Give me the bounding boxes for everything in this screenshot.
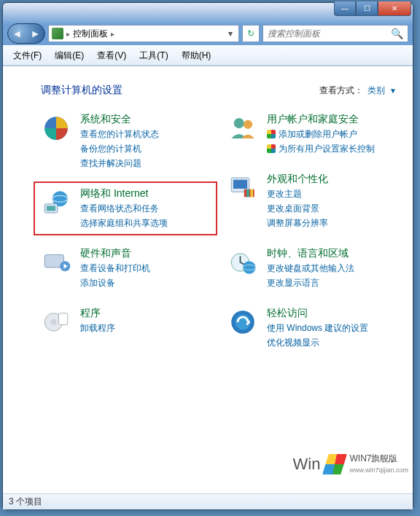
category-link[interactable]: 添加设备: [80, 277, 150, 289]
search-input[interactable]: [268, 28, 391, 39]
chevron-right-icon[interactable]: ▸: [66, 30, 70, 38]
search-icon[interactable]: 🔍: [391, 28, 403, 39]
control-panel-window: — ☐ ✕ ◄ ► ▸ 控制面板 ▸ ▾ ↻ 🔍 文件(F) 编辑(E) 查看(…: [2, 2, 413, 510]
left-column: 系统和安全 查看您的计算机状态 备份您的计算机 查找并解决问题 网络和 Inte…: [41, 113, 210, 349]
category-title[interactable]: 硬件和声音: [80, 247, 150, 260]
view-mode-label: 查看方式：: [319, 85, 363, 97]
nav-back-forward[interactable]: ◄ ►: [7, 23, 45, 44]
menu-edit[interactable]: 编辑(E): [49, 47, 90, 65]
breadcrumb-box[interactable]: ▸ 控制面板 ▸ ▾: [48, 25, 239, 42]
category-clock-language: 时钟、语言和区域 更改键盘或其他输入法 更改显示语言: [228, 247, 397, 289]
menu-tools[interactable]: 工具(T): [133, 47, 174, 65]
category-programs: 程序 卸载程序: [41, 307, 210, 337]
category-title[interactable]: 网络和 Internet: [80, 187, 168, 200]
category-title[interactable]: 程序: [80, 307, 115, 320]
watermark: Win WIN7旗舰版 www.win7qijian.com: [289, 450, 413, 477]
category-link[interactable]: 选择家庭组和共享选项: [80, 217, 168, 230]
breadcrumb-label[interactable]: 控制面板: [73, 28, 108, 40]
status-text: 3 个项目: [9, 496, 42, 508]
network-internet-icon: [41, 187, 71, 218]
svg-rect-9: [59, 313, 68, 325]
menu-file[interactable]: 文件(F): [7, 47, 47, 65]
search-box[interactable]: 🔍: [262, 25, 408, 42]
category-link[interactable]: 优化视频显示: [267, 337, 368, 349]
category-link[interactable]: 查找并解决问题: [80, 157, 159, 170]
category-title[interactable]: 轻松访问: [267, 307, 368, 320]
svg-rect-16: [251, 189, 254, 198]
minimize-button[interactable]: —: [334, 1, 356, 16]
svg-point-11: [244, 120, 252, 129]
category-link[interactable]: 更改主题: [267, 188, 328, 200]
category-link[interactable]: 更改键盘或其他输入法: [267, 262, 354, 275]
menu-view[interactable]: 查看(V): [91, 47, 132, 65]
category-link[interactable]: 更改显示语言: [267, 277, 354, 289]
user-accounts-icon: [228, 113, 258, 144]
page-title: 调整计算机的设置: [41, 84, 319, 97]
address-bar: ◄ ► ▸ 控制面板 ▸ ▾ ↻ 🔍: [3, 22, 413, 45]
titlebar: — ☐ ✕: [3, 3, 413, 22]
svg-point-18: [243, 261, 256, 274]
category-hardware-sound: 硬件和声音 查看设备和打印机 添加设备: [41, 247, 210, 289]
category-appearance: 外观和个性化 更改主题 更改桌面背景 调整屏幕分辨率: [228, 173, 397, 230]
menubar: 文件(F) 编辑(E) 查看(V) 工具(T) 帮助(H): [3, 45, 413, 66]
category-link[interactable]: 备份您的计算机: [80, 143, 159, 155]
chevron-right-icon[interactable]: ▸: [111, 30, 114, 38]
close-button[interactable]: ✕: [378, 1, 411, 16]
refresh-icon: ↻: [247, 28, 254, 39]
watermark-big: Win: [293, 455, 321, 474]
statusbar: 3 个项目: [3, 493, 413, 509]
category-link[interactable]: 使用 Windows 建议的设置: [267, 322, 368, 335]
svg-point-8: [50, 319, 57, 326]
category-network-internet: 网络和 Internet 查看网络状态和任务 选择家庭组和共享选项: [34, 181, 217, 235]
category-link[interactable]: 查看网络状态和任务: [80, 203, 168, 215]
svg-rect-13: [233, 180, 247, 189]
content-area: 调整计算机的设置 查看方式： 类别 ▼ 系统和安全 查看您的计算机: [3, 66, 413, 493]
maximize-button[interactable]: ☐: [356, 1, 378, 16]
forward-icon[interactable]: ►: [31, 28, 41, 39]
right-column: 用户帐户和家庭安全 添加或删除用户帐户 为所有用户设置家长控制 外观和个性化 更…: [228, 113, 397, 349]
category-link[interactable]: 更改桌面背景: [267, 203, 328, 215]
category-title[interactable]: 系统和安全: [80, 113, 159, 126]
breadcrumb-dropdown-icon[interactable]: ▾: [225, 28, 236, 39]
programs-icon: [41, 307, 71, 337]
menu-help[interactable]: 帮助(H): [176, 47, 217, 65]
hardware-sound-icon: [41, 247, 71, 278]
page-header: 调整计算机的设置 查看方式： 类别 ▼: [41, 84, 397, 97]
refresh-button[interactable]: ↻: [242, 25, 260, 42]
window-controls: — ☐ ✕: [334, 1, 411, 16]
category-link[interactable]: 查看设备和打印机: [80, 262, 150, 275]
windows-flag-icon: [322, 454, 347, 474]
svg-point-10: [234, 118, 244, 128]
view-mode-value[interactable]: 类别: [368, 85, 385, 97]
control-panel-icon: [52, 28, 63, 39]
category-system-security: 系统和安全 查看您的计算机状态 备份您的计算机 查找并解决问题: [41, 113, 210, 170]
view-mode: 查看方式： 类别 ▼: [319, 85, 397, 97]
category-link[interactable]: 调整屏幕分辨率: [267, 217, 328, 230]
watermark-text: WIN7旗舰版 www.win7qijian.com: [349, 453, 408, 474]
category-link[interactable]: 查看您的计算机状态: [80, 128, 159, 141]
appearance-icon: [228, 173, 258, 203]
category-title[interactable]: 用户帐户和家庭安全: [267, 113, 375, 126]
category-link[interactable]: 卸载程序: [80, 322, 115, 335]
category-title[interactable]: 外观和个性化: [267, 173, 328, 186]
chevron-down-icon[interactable]: ▼: [389, 87, 397, 95]
category-link[interactable]: 添加或删除用户帐户: [267, 128, 375, 141]
system-security-icon: [41, 113, 71, 144]
ease-of-access-icon: [228, 307, 258, 337]
category-title[interactable]: 时钟、语言和区域: [267, 247, 354, 260]
svg-rect-15: [246, 189, 249, 198]
svg-rect-4: [47, 206, 55, 211]
clock-language-icon: [228, 247, 258, 278]
category-ease-of-access: 轻松访问 使用 Windows 建议的设置 优化视频显示: [228, 307, 397, 349]
back-icon[interactable]: ◄: [12, 28, 23, 39]
category-user-accounts: 用户帐户和家庭安全 添加或删除用户帐户 为所有用户设置家长控制: [228, 113, 397, 155]
category-link[interactable]: 为所有用户设置家长控制: [267, 143, 375, 155]
category-grid: 系统和安全 查看您的计算机状态 备份您的计算机 查找并解决问题 网络和 Inte…: [41, 113, 397, 349]
